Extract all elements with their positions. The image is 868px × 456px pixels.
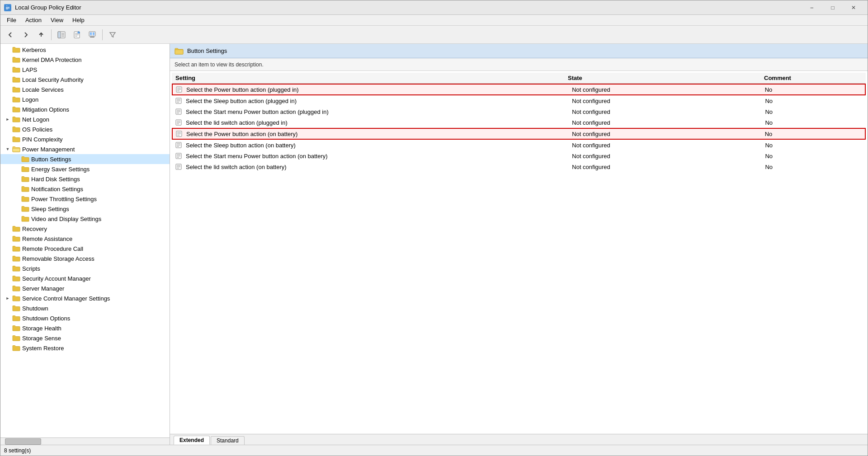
tree-item-notification-settings[interactable]: Notification Settings (0, 184, 170, 194)
tree-item-label: Kerberos (22, 47, 46, 53)
toolbar-separator-1 (51, 29, 52, 40)
scrollbar-thumb[interactable] (5, 438, 41, 445)
menu-help[interactable]: Help (68, 16, 89, 24)
tree-item-label: Net Logon (22, 116, 49, 123)
tree-item-kernel-dma-protection[interactable]: Kernel DMA Protection (0, 55, 170, 65)
expand-icon[interactable]: ▼ (4, 146, 11, 153)
tree-item-local-security-authority[interactable]: Local Security Authority (0, 75, 170, 85)
toolbar-separator-2 (102, 29, 103, 40)
tree-item-label: OS Policies (22, 126, 52, 133)
tree-item-laps[interactable]: LAPS (0, 65, 170, 75)
setting-row[interactable]: Select the Sleep button action (on batte… (172, 140, 866, 150)
properties-button[interactable]: i (70, 28, 84, 42)
setting-icon (176, 86, 184, 93)
setting-row[interactable]: Select the Start menu Power button actio… (172, 150, 866, 161)
tree-content[interactable]: Kerberos Kernel DMA Protection LAPS Loca… (0, 44, 170, 437)
tree-item-label: Shutdown (22, 305, 48, 312)
expand-icon[interactable]: ► (4, 295, 11, 302)
menu-file[interactable]: File (2, 16, 21, 24)
tree-horizontal-scrollbar[interactable] (0, 437, 170, 445)
tree-item-kerberos[interactable]: Kerberos (0, 45, 170, 55)
tree-item-net-logon[interactable]: ► Net Logon (0, 114, 170, 124)
tree-item-pin-complexity[interactable]: PIN Complexity (0, 134, 170, 144)
back-button[interactable] (3, 28, 18, 42)
setting-row[interactable]: Select the Power button action (plugged … (172, 84, 866, 95)
tree-item-logon[interactable]: Logon (0, 94, 170, 104)
tree-item-button-settings[interactable]: Button Settings (0, 154, 170, 164)
tree-item-label: Storage Health (22, 325, 61, 332)
tab-standard[interactable]: Standard (211, 436, 245, 445)
tree-item-security-account-manager[interactable]: Security Account Manager (0, 273, 170, 283)
expand-icon[interactable]: ► (4, 116, 11, 123)
setting-icon (176, 108, 183, 115)
minimize-button[interactable]: ‒ (802, 0, 822, 15)
tree-item-removable-storage-access[interactable]: Removable Storage Access (0, 254, 170, 263)
setting-row[interactable]: Select the Power button action (on batte… (172, 128, 866, 140)
bottom-tabs: Extended Standard (170, 434, 868, 445)
tree-item-os-policies[interactable]: OS Policies (0, 124, 170, 134)
tree-item-hard-disk-settings[interactable]: Hard Disk Settings (0, 174, 170, 184)
title-bar-left: Local Group Policy Editor (4, 4, 81, 11)
tree-item-shutdown[interactable]: Shutdown (0, 303, 170, 313)
description-bar: Select an item to view its description. (170, 58, 868, 71)
tree-item-remote-procedure-call[interactable]: Remote Procedure Call (0, 244, 170, 254)
status-bar: 8 setting(s) (0, 445, 868, 456)
setting-name: Select the lid switch action (plugged in… (186, 119, 572, 126)
menu-bar: File Action View Help (0, 15, 868, 26)
menu-view[interactable]: View (46, 16, 68, 24)
svg-rect-1 (6, 5, 8, 6)
tree-item-label: Mitigation Options (22, 106, 69, 113)
tree-item-power-throttling-settings[interactable]: Power Throttling Settings (0, 194, 170, 204)
tree-item-label: Video and Display Settings (31, 216, 101, 222)
window-title: Local Group Policy Editor (15, 4, 81, 11)
settings-table-header: Setting State Comment (172, 73, 866, 84)
forward-button[interactable] (19, 28, 33, 42)
tree-item-system-restore[interactable]: System Restore (0, 343, 170, 353)
filter-button[interactable] (105, 28, 120, 42)
menu-action[interactable]: Action (21, 16, 46, 24)
tree-item-service-control-manager-settings[interactable]: ► Service Control Manager Settings (0, 293, 170, 303)
show-hide-tree-button[interactable] (54, 28, 69, 42)
setting-row[interactable]: Select the lid switch action (on battery… (172, 161, 866, 172)
setting-state: Not configured (572, 142, 765, 149)
tree-item-video-and-display-settings[interactable]: Video and Display Settings (0, 214, 170, 224)
view-button[interactable] (85, 28, 99, 42)
tree-item-storage-sense[interactable]: Storage Sense (0, 333, 170, 343)
setting-row[interactable]: Select the Start menu Power button actio… (172, 106, 866, 117)
tree-item-shutdown-options[interactable]: Shutdown Options (0, 313, 170, 323)
svg-rect-21 (90, 37, 94, 38)
tree-item-label: PIN Complexity (22, 136, 63, 143)
tree-item-mitigation-options[interactable]: Mitigation Options (0, 104, 170, 114)
toolbar: i (0, 26, 868, 44)
tree-item-scripts[interactable]: Scripts (0, 263, 170, 273)
setting-comment: No (765, 86, 861, 93)
setting-name: Select the Start menu Power button actio… (186, 108, 572, 115)
setting-row[interactable]: Select the Sleep button action (plugged … (172, 95, 866, 106)
tree-item-recovery[interactable]: Recovery (0, 224, 170, 234)
tree-item-remote-assistance[interactable]: Remote Assistance (0, 234, 170, 244)
up-button[interactable] (34, 28, 48, 42)
setting-row[interactable]: Select the lid switch action (plugged in… (172, 117, 866, 128)
right-panel-title: Button Settings (187, 47, 227, 54)
tab-extended[interactable]: Extended (174, 436, 210, 445)
svg-rect-6 (58, 32, 61, 38)
maximize-button[interactable]: □ (822, 0, 843, 15)
setting-comment: No (765, 119, 862, 126)
tree-item-server-manager[interactable]: Server Manager (0, 283, 170, 293)
close-button[interactable]: ✕ (843, 0, 864, 15)
tree-item-energy-saver-settings[interactable]: Energy Saver Settings (0, 164, 170, 174)
main-window: Local Group Policy Editor ‒ □ ✕ File Act… (0, 0, 868, 456)
tree-item-label: Remote Procedure Call (22, 245, 83, 252)
setting-state: Not configured (572, 119, 765, 126)
app-icon (4, 4, 11, 11)
tree-item-power-management[interactable]: ▼ Power Management (0, 144, 170, 154)
tree-item-locale-services[interactable]: Locale Services (0, 85, 170, 94)
tree-panel: Kerberos Kernel DMA Protection LAPS Loca… (0, 44, 170, 445)
tree-item-label: Shutdown Options (22, 315, 70, 322)
col-header-comment: Comment (764, 75, 862, 81)
setting-icon (176, 152, 183, 160)
tree-item-sleep-settings[interactable]: Sleep Settings (0, 204, 170, 214)
tree-item-label: Removable Storage Access (22, 255, 94, 262)
setting-state: Not configured (572, 108, 765, 115)
tree-item-storage-health[interactable]: Storage Health (0, 323, 170, 333)
